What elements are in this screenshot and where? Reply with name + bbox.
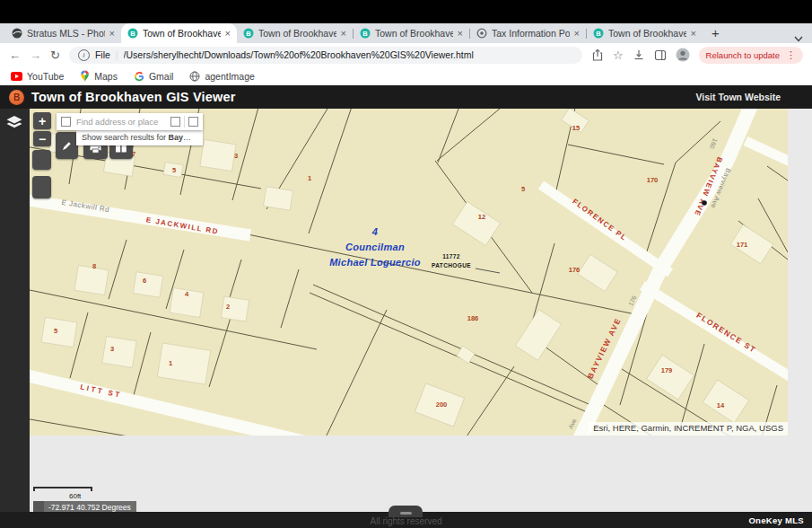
parcel-number: 1 <box>169 359 172 367</box>
layers-icon[interactable] <box>6 116 22 133</box>
suggestion-ellipsis: … <box>183 133 191 142</box>
browser-tab[interactable]: Stratus MLS - Photos - Ne× <box>5 23 121 43</box>
browser-tab[interactable]: BTown of Brookhaven GIS Vi× <box>121 23 237 43</box>
gis-map[interactable]: E Jackwill RdE JACKWILL RDLITT STFLORENC… <box>30 109 788 436</box>
relaunch-label: Relaunch to update <box>706 50 780 60</box>
tab-close-icon[interactable]: × <box>574 28 580 39</box>
tab-title: Town of Brookhaven GIS Vi <box>375 28 453 39</box>
search-suggestion[interactable]: Show search results for Bay… <box>76 130 203 145</box>
bookmark-item[interactable]: YouTube <box>11 71 64 82</box>
map-search-box[interactable] <box>57 113 203 130</box>
council-district-label: Councilman <box>345 242 405 252</box>
coordinates-display: -72.971 40.752 Degrees <box>33 501 136 512</box>
council-district-label: Michael Loguercio <box>329 257 421 268</box>
tab-close-icon[interactable]: × <box>458 28 463 39</box>
url-divider-icon: | <box>116 49 118 60</box>
rights-text: All rights reserved <box>370 516 441 526</box>
tab-close-icon[interactable]: × <box>691 28 696 39</box>
tab-title: Tax Information Portal <box>492 28 570 39</box>
parcel-number: 3 <box>234 152 238 160</box>
drawer-grip-icon <box>400 512 412 515</box>
download-icon[interactable] <box>633 48 645 61</box>
browser-tab[interactable]: BTown of Brookhaven GIS Vi× <box>587 23 703 43</box>
parcel-number: 3 <box>110 345 114 353</box>
map-attribution: Esri, HERE, Garmin, INCREMENT P, NGA, US… <box>589 422 788 436</box>
locate-button[interactable] <box>32 176 51 198</box>
onekey-mls-logo: OneKey MLS <box>748 515 804 525</box>
bookmark-label: agentImage <box>205 71 254 82</box>
tab-title: Town of Brookhaven GIS Vi <box>143 28 221 39</box>
svg-text:B: B <box>130 30 135 38</box>
suggestion-text: Show search results for <box>82 133 169 142</box>
search-close-icon[interactable] <box>188 117 198 127</box>
browser-toolbar: ← → ↻ i File | /Users/sherylhecht/Downlo… <box>0 43 812 66</box>
svg-text:B: B <box>596 30 601 38</box>
reload-button[interactable]: ↻ <box>50 49 60 61</box>
tab-title: Town of Brookhaven GIS Vi <box>258 28 336 39</box>
map-point-marker <box>702 200 707 206</box>
parcel-number: 170 <box>647 176 659 184</box>
main-content: E Jackwill RdE JACKWILL RDLITT STFLORENC… <box>0 109 812 512</box>
bookmark-item[interactable]: Gmail <box>134 71 173 82</box>
globe-icon <box>12 28 22 39</box>
search-input[interactable] <box>74 116 167 128</box>
browser-tab[interactable]: BTown of Brookhaven GIS Vi× <box>237 23 353 43</box>
draw-tool-button[interactable] <box>56 132 78 159</box>
left-sidebar <box>0 109 30 512</box>
bookmark-item[interactable]: Maps <box>80 70 118 82</box>
home-button[interactable] <box>32 150 51 170</box>
parcel-number: 14 <box>717 401 725 409</box>
url-scheme-label: File <box>95 49 110 60</box>
council-district-label: 4 <box>371 226 378 237</box>
tab-title: Stratus MLS - Photos - Ne <box>27 28 105 39</box>
tab-close-icon[interactable]: × <box>225 28 231 39</box>
window-top-bar <box>0 0 812 23</box>
browser-tab[interactable]: BTown of Brookhaven GIS Vi× <box>354 23 469 43</box>
brookhaven-favicon: B <box>127 28 138 39</box>
search-icon[interactable] <box>170 117 180 127</box>
parcel-number: 176 <box>569 266 581 274</box>
globe-icon <box>189 71 200 82</box>
bookmark-item[interactable]: agentImage <box>189 71 254 82</box>
parcel-number: 179 <box>661 366 673 374</box>
back-button[interactable]: ← <box>9 49 21 61</box>
forward-button[interactable]: → <box>30 49 41 61</box>
visit-town-website-link[interactable]: Visit Town Website <box>695 92 803 102</box>
parcel-number: 15 <box>572 124 580 132</box>
youtube-icon <box>11 72 22 81</box>
tab-close-icon[interactable]: × <box>341 28 346 39</box>
bookmarks-bar: YouTube Maps Gmail agentImage <box>0 66 812 85</box>
parcel-number: 186 <box>467 314 479 322</box>
brookhaven-favicon: B <box>593 28 604 39</box>
parcel-number: 6 <box>143 277 146 285</box>
parcel-number: 171 <box>737 241 748 249</box>
parcel-number: 8 <box>92 262 96 270</box>
search-divider <box>184 116 185 128</box>
overflow-menu-icon[interactable]: ⋮ <box>786 49 796 61</box>
address-bar[interactable]: i File | /Users/sherylhecht/Downloads/To… <box>69 47 582 64</box>
map-viewport[interactable]: E Jackwill RdE JACKWILL RDLITT STFLORENC… <box>30 109 812 512</box>
share-icon[interactable] <box>591 48 604 62</box>
profile-avatar[interactable] <box>676 48 690 62</box>
search-dropdown-icon[interactable] <box>61 117 71 127</box>
tab-row: Stratus MLS - Photos - Ne× BTown of Broo… <box>0 23 812 43</box>
zoom-out-button[interactable]: − <box>33 131 51 146</box>
zoom-in-button[interactable]: + <box>33 112 51 129</box>
bookmark-star-icon[interactable]: ☆ <box>613 49 624 61</box>
info-icon[interactable]: i <box>78 49 90 61</box>
tax-portal-favicon <box>476 28 487 39</box>
bookmark-label: YouTube <box>27 71 64 82</box>
app-header: B Town of Brookhaven GIS Viewer Visit To… <box>0 85 812 109</box>
coordinates-text: -72.971 40.752 Degrees <box>48 503 131 512</box>
crosshair-icon[interactable] <box>33 501 44 512</box>
relaunch-button[interactable]: Relaunch to update ⋮ <box>699 47 803 64</box>
bookmark-label: Maps <box>94 71 118 82</box>
bottom-drawer-handle[interactable] <box>389 506 423 517</box>
parcel-number: 12 <box>478 213 485 221</box>
side-panel-icon[interactable] <box>654 49 667 61</box>
new-tab-button[interactable]: + <box>712 26 720 40</box>
tab-close-icon[interactable]: × <box>109 28 115 39</box>
browser-tab[interactable]: Tax Information Portal× <box>470 23 586 43</box>
parcel-number: 1 <box>308 174 311 182</box>
suggestion-term: Bay <box>169 133 184 142</box>
